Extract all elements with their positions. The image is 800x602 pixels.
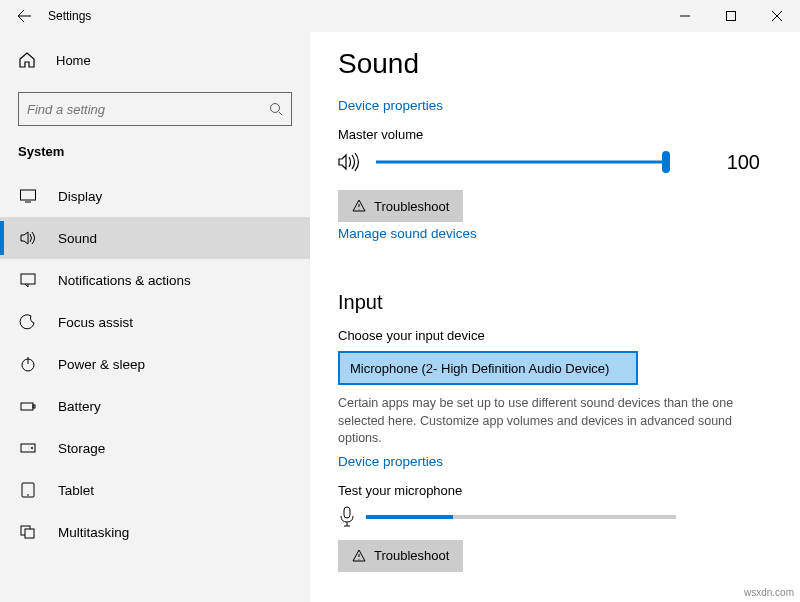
sidebar-item-sound[interactable]: Sound <box>0 217 310 259</box>
svg-point-1 <box>271 104 280 113</box>
sidebar-item-tablet[interactable]: Tablet <box>0 469 310 511</box>
svg-rect-5 <box>21 403 33 410</box>
button-label: Troubleshoot <box>374 199 449 214</box>
manage-sound-devices-link[interactable]: Manage sound devices <box>338 226 477 241</box>
sidebar-item-label: Multitasking <box>58 525 129 540</box>
input-heading: Input <box>338 291 772 314</box>
sidebar-item-label: Power & sleep <box>58 357 145 372</box>
search-box[interactable] <box>18 92 292 126</box>
sidebar-item-label: Notifications & actions <box>58 273 191 288</box>
troubleshoot-input-button[interactable]: Troubleshoot <box>338 540 463 572</box>
home-label: Home <box>56 53 91 68</box>
minimize-icon <box>680 11 690 21</box>
master-volume-label: Master volume <box>338 127 772 142</box>
focus-assist-icon <box>18 313 38 331</box>
watermark: wsxdn.com <box>744 587 794 598</box>
sidebar-item-label: Battery <box>58 399 101 414</box>
sidebar-item-notifications[interactable]: Notifications & actions <box>0 259 310 301</box>
microphone-icon <box>338 506 356 528</box>
sidebar-item-display[interactable]: Display <box>0 175 310 217</box>
maximize-icon <box>726 11 736 21</box>
test-mic-label: Test your microphone <box>338 483 772 498</box>
back-button[interactable] <box>8 0 40 32</box>
tablet-icon <box>18 481 38 499</box>
content-pane: Sound Device properties Master volume 10… <box>310 32 800 602</box>
input-device-properties-link[interactable]: Device properties <box>338 454 443 469</box>
sidebar-item-battery[interactable]: Battery <box>0 385 310 427</box>
title-bar: Settings <box>0 0 800 32</box>
mic-test-row <box>338 506 772 528</box>
nav-list: Display Sound Notifications & actions Fo… <box>0 175 310 553</box>
input-description: Certain apps may be set up to use differ… <box>338 395 738 448</box>
storage-icon <box>18 439 38 457</box>
troubleshoot-output-button[interactable]: Troubleshoot <box>338 190 463 222</box>
sidebar: Home System Display Sound Notifications … <box>0 32 310 602</box>
sidebar-item-storage[interactable]: Storage <box>0 427 310 469</box>
window-title: Settings <box>40 9 91 23</box>
minimize-button[interactable] <box>662 0 708 32</box>
search-icon <box>269 102 283 116</box>
svg-rect-11 <box>25 529 34 538</box>
sidebar-item-multitasking[interactable]: Multitasking <box>0 511 310 553</box>
search-input[interactable] <box>27 102 269 117</box>
sidebar-item-label: Sound <box>58 231 97 246</box>
sidebar-item-focus-assist[interactable]: Focus assist <box>0 301 310 343</box>
page-heading: Sound <box>338 48 772 80</box>
sidebar-item-label: Tablet <box>58 483 94 498</box>
button-label: Troubleshoot <box>374 548 449 563</box>
speaker-icon[interactable] <box>338 152 362 172</box>
svg-rect-0 <box>727 12 736 21</box>
sidebar-item-label: Display <box>58 189 102 204</box>
sidebar-item-label: Storage <box>58 441 105 456</box>
volume-value: 100 <box>710 151 760 174</box>
close-icon <box>772 11 782 21</box>
slider-fill <box>376 161 666 164</box>
battery-icon <box>18 397 38 415</box>
svg-rect-2 <box>21 190 36 200</box>
svg-rect-12 <box>344 507 350 518</box>
mic-level-bar <box>366 515 676 519</box>
maximize-button[interactable] <box>708 0 754 32</box>
volume-slider[interactable] <box>376 150 666 174</box>
window-controls <box>662 0 800 32</box>
home-nav[interactable]: Home <box>0 40 310 80</box>
sidebar-category: System <box>0 134 310 165</box>
arrow-left-icon <box>16 8 32 24</box>
master-volume-row: 100 <box>338 150 772 174</box>
svg-rect-6 <box>33 405 35 408</box>
power-icon <box>18 355 38 373</box>
input-device-select[interactable]: Microphone (2- High Definition Audio Dev… <box>338 351 638 385</box>
device-properties-link[interactable]: Device properties <box>338 98 443 113</box>
display-icon <box>18 187 38 205</box>
svg-point-8 <box>31 447 33 449</box>
multitasking-icon <box>18 523 38 541</box>
selected-device: Microphone (2- High Definition Audio Dev… <box>350 361 609 376</box>
svg-rect-3 <box>21 274 35 284</box>
sidebar-item-power[interactable]: Power & sleep <box>0 343 310 385</box>
notifications-icon <box>18 271 38 289</box>
mic-level-fill <box>366 515 453 519</box>
sound-icon <box>18 229 38 247</box>
slider-thumb[interactable] <box>662 151 670 173</box>
warning-icon <box>352 549 366 563</box>
home-icon <box>18 51 36 69</box>
warning-icon <box>352 199 366 213</box>
close-button[interactable] <box>754 0 800 32</box>
sidebar-item-label: Focus assist <box>58 315 133 330</box>
choose-input-label: Choose your input device <box>338 328 772 343</box>
